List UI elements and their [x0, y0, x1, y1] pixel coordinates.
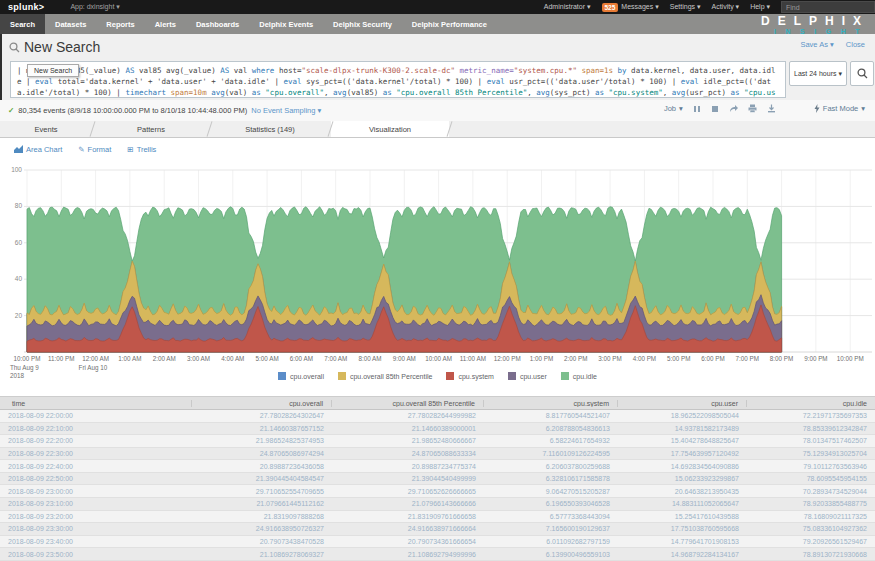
cell-time: 2018-08-09 22:20:00: [0, 437, 192, 444]
table-row: 2018-08-09 23:50:0021.1086927806932721.1…: [0, 548, 875, 561]
cell-value: 15.25417610439588: [618, 513, 747, 520]
search-icon: [9, 42, 20, 53]
cell-value: 24.916638950726327: [192, 525, 332, 532]
cell-value: 14.968792284134167: [618, 551, 747, 558]
column-header-cpu-user[interactable]: cpu.user: [618, 400, 747, 407]
legend-item-cpu-user[interactable]: cpu.user: [508, 372, 547, 380]
cell-time: 2018-08-09 22:30:00: [0, 450, 192, 457]
legend-label: cpu.overall: [290, 373, 324, 380]
tab-statistics-149[interactable]: Statistics (149): [210, 121, 330, 137]
table-row: 2018-08-09 23:10:0021.07966144511216221.…: [0, 498, 875, 511]
query-token: val: [229, 66, 252, 75]
share-icon[interactable]: [729, 104, 738, 113]
cell-value: 78.16809021117325: [747, 513, 875, 520]
query-token: (val): [225, 88, 252, 97]
cell-value: 78.85339612342847: [747, 425, 875, 432]
query-token: (usr_pct): [685, 88, 730, 97]
statistics-table: _timecpu.overallcpu.overall 85th Percent…: [0, 396, 875, 561]
legend-item-cpu-system[interactable]: cpu.system: [446, 372, 493, 380]
tab-patterns[interactable]: Patterns: [93, 121, 209, 137]
menu-label: Administrator ▾: [544, 3, 591, 11]
menu-administrator[interactable]: Administrator ▾: [544, 3, 591, 11]
trellis-button[interactable]: ⊞Trellis: [127, 145, 156, 154]
nav-item-reports[interactable]: Reports: [96, 14, 144, 34]
cell-value: 20.89887236436058: [192, 463, 332, 470]
save-as-button[interactable]: Save As ▾: [800, 40, 833, 49]
menu-help[interactable]: Help ▾: [750, 3, 770, 11]
column-header-cpu-overall[interactable]: cpu.overall: [192, 400, 332, 407]
table-row: 2018-08-09 22:30:0024.8706508697429424.8…: [0, 448, 875, 461]
lightning-icon: [814, 104, 820, 113]
cell-value: 14.779641701908153: [618, 538, 747, 545]
query-token: as: [730, 88, 739, 97]
column-header-cpu-idle[interactable]: cpu.idle: [747, 400, 875, 407]
nav-item-delphix-security[interactable]: Delphix Security: [323, 14, 402, 34]
query-token: timechart: [125, 88, 166, 97]
cell-value: 78.89130721930668: [747, 551, 875, 558]
column-header-time[interactable]: _time: [0, 400, 192, 407]
pencil-icon: ✎: [78, 145, 84, 154]
legend-item-cpu-overall-85th-percentile[interactable]: cpu.overall 85th Percentile: [338, 372, 433, 380]
job-done-check-icon: ✓: [8, 106, 14, 115]
run-search-button[interactable]: [850, 61, 874, 86]
cell-value: 21.079661445112162: [192, 500, 332, 507]
cell-value: 70.28934734529044: [747, 488, 875, 495]
column-header-cpu-system[interactable]: cpu.system: [484, 400, 618, 407]
format-button[interactable]: ✎Format: [78, 145, 111, 154]
nav-item-dashboards[interactable]: Dashboards: [186, 14, 249, 34]
cell-value: 6.208788054836613: [484, 425, 618, 432]
query-token: as: [595, 88, 604, 97]
menu-label: Activity ▾: [712, 3, 740, 11]
nav-item-datasets[interactable]: Datasets: [45, 14, 96, 34]
app-menu[interactable]: App: dxinsight ▾: [70, 3, 119, 11]
grid-icon: ⊞: [127, 145, 133, 154]
menu-activity[interactable]: Activity ▾: [712, 3, 740, 11]
chart-type-picker[interactable]: Area Chart: [14, 145, 62, 154]
tab-events[interactable]: Events: [0, 121, 92, 137]
menu-label: Help ▾: [750, 3, 770, 11]
topbar-menus: Administrator ▾525Messages ▾Settings ▾Ac…: [544, 0, 875, 14]
close-button[interactable]: Close: [846, 40, 865, 49]
tab-visualization[interactable]: Visualization: [331, 121, 449, 137]
cell-value: 79.10112763563946: [747, 463, 875, 470]
menu-messages[interactable]: 525Messages ▾: [602, 3, 659, 12]
query-token: where: [252, 66, 275, 75]
cell-value: 29.710652626666665: [332, 488, 484, 495]
query-token: "scale-dlpx-trunk-K300-2.scale-dc": [301, 66, 455, 75]
column-header-cpu-overall-85th-percentile[interactable]: cpu.overall 85th Percentile: [332, 400, 484, 407]
search-query-input[interactable]: | mstats perc85(_value) AS val85 avg(_va…: [10, 61, 786, 98]
legend-item-cpu-idle[interactable]: cpu.idle: [561, 372, 597, 380]
menu-settings[interactable]: Settings ▾: [670, 3, 701, 11]
y-axis-tick: 40: [0, 275, 22, 282]
area-chart-icon: [14, 145, 23, 153]
export-icon[interactable]: [767, 104, 776, 113]
nav-item-delphix-events[interactable]: Delphix Events: [249, 14, 323, 34]
nav-item-alerts[interactable]: Alerts: [145, 14, 186, 34]
results-tabs: EventsPatternsStatistics (149)Visualizat…: [0, 121, 875, 138]
query-token: AS: [220, 66, 229, 75]
job-menu[interactable]: Job ▾: [664, 104, 683, 113]
query-token: eval: [487, 77, 505, 86]
area-chart: cpu.overallcpu.overall 85th Percentilecp…: [0, 160, 875, 396]
table-row: 2018-08-09 23:30:0024.91663895072632724.…: [0, 523, 875, 536]
legend-item-cpu-overall[interactable]: cpu.overall: [278, 372, 324, 380]
query-token: (sys_pct): [550, 88, 595, 97]
splunk-logo[interactable]: splunk>: [8, 2, 44, 12]
date-line: 2018: [10, 372, 56, 380]
query-token: "system.cpu.*": [514, 66, 577, 75]
stop-icon[interactable]: [711, 105, 719, 113]
legend-swatch: [338, 372, 346, 380]
cell-value: 6.011092682797159: [484, 538, 618, 545]
event-sampling-menu[interactable]: No Event Sampling ▾: [251, 106, 321, 115]
find-input[interactable]: [781, 1, 875, 13]
fast-mode-menu[interactable]: Fast Mode ▾: [814, 104, 865, 113]
nav-item-search[interactable]: Search: [0, 14, 45, 34]
print-icon[interactable]: [748, 104, 757, 113]
pause-icon[interactable]: [693, 105, 701, 113]
cell-value: 14.883111052065647: [618, 500, 747, 507]
messages-count-badge: 525: [602, 3, 619, 12]
nav-item-delphix-performance[interactable]: Delphix Performance: [402, 14, 497, 34]
time-range-picker[interactable]: Last 24 hours ▾: [789, 61, 847, 86]
cell-value: 21.390445404584547: [192, 475, 332, 482]
query-token: eval: [681, 77, 699, 86]
